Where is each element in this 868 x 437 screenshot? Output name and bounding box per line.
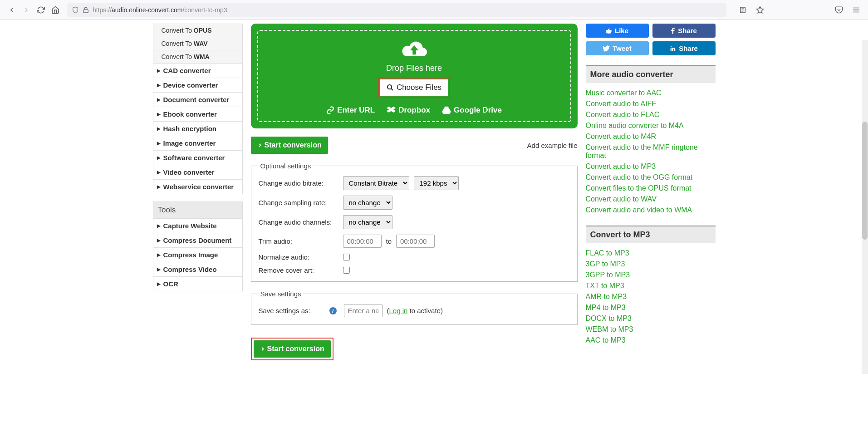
reader-mode-button[interactable] — [736, 3, 750, 17]
caret-icon: ▶ — [157, 141, 161, 146]
link-mp4-mp3[interactable]: MP4 to MP3 — [586, 302, 716, 313]
category-document[interactable]: ▶Document converter — [153, 93, 242, 107]
search-icon — [387, 84, 394, 91]
bitrate-value-select[interactable]: 192 kbps — [414, 176, 459, 190]
add-example-file-link[interactable]: Add example file — [527, 142, 578, 149]
gdrive-icon — [442, 106, 451, 114]
caret-icon: ▶ — [157, 281, 161, 286]
format-item-opus[interactable]: Convert To OPUS — [153, 24, 242, 37]
more-converters-header: More audio converter — [586, 65, 716, 83]
start-conversion-highlight: Start conversion — [251, 338, 333, 360]
normalize-label: Normalize audio: — [259, 253, 338, 261]
category-cad[interactable]: ▶CAD converter — [153, 64, 242, 78]
tool-capture-website[interactable]: ▶Capture Website — [153, 219, 242, 233]
linkedin-icon — [670, 45, 676, 52]
link-3gp-mp3[interactable]: 3GP to MP3 — [586, 259, 716, 270]
reload-button[interactable] — [34, 3, 48, 17]
sidebar-left: Convert To OPUS Convert To WAV Convert T… — [153, 24, 243, 291]
link-wav[interactable]: Convert audio to WAV — [586, 194, 716, 205]
link-aac-mp3[interactable]: AAC to MP3 — [586, 335, 716, 346]
bookmark-button[interactable] — [753, 3, 767, 17]
link-docx-mp3[interactable]: DOCX to MP3 — [586, 313, 716, 324]
browser-toolbar: https://audio.online-convert.com/convert… — [0, 0, 868, 20]
login-link[interactable]: Log in — [389, 307, 408, 314]
info-icon[interactable]: i — [329, 307, 337, 314]
category-webservice[interactable]: ▶Webservice converter — [153, 180, 242, 194]
save-name-input[interactable] — [344, 304, 383, 317]
caret-icon: ▶ — [157, 184, 161, 189]
link-ogg[interactable]: Convert audio to the OGG format — [586, 172, 716, 183]
caret-icon: ▶ — [157, 170, 161, 175]
category-software[interactable]: ▶Software converter — [153, 151, 242, 165]
link-aac[interactable]: Music converter to AAC — [586, 88, 716, 98]
tool-compress-video[interactable]: ▶Compress Video — [153, 262, 242, 277]
tool-ocr[interactable]: ▶OCR — [153, 277, 242, 291]
dropbox-link[interactable]: Dropbox — [387, 106, 430, 115]
link-wma[interactable]: Convert audio and video to WMA — [586, 205, 716, 216]
link-webm-mp3[interactable]: WEBM to MP3 — [586, 324, 716, 335]
category-hash[interactable]: ▶Hash encryption — [153, 122, 242, 136]
caret-icon: ▶ — [157, 267, 161, 272]
format-item-wma[interactable]: Convert To WMA — [153, 50, 242, 63]
save-as-label: Save settings as: — [259, 307, 325, 314]
linkedin-share-button[interactable]: Share — [652, 41, 716, 55]
category-device[interactable]: ▶Device converter — [153, 78, 242, 93]
twitter-tweet-button[interactable]: Tweet — [586, 41, 649, 55]
start-conversion-button-top[interactable]: Start conversion — [251, 137, 328, 154]
tool-compress-image[interactable]: ▶Compress Image — [153, 248, 242, 262]
caret-icon: ▶ — [157, 155, 161, 160]
category-video[interactable]: ▶Video converter — [153, 165, 242, 180]
bitrate-mode-select[interactable]: Constant Bitrate — [343, 176, 409, 190]
normalize-checkbox[interactable] — [343, 254, 350, 260]
sidebar-right: Like Share Tweet Share More audio conver… — [586, 24, 716, 346]
chevron-right-icon — [260, 346, 265, 352]
channels-select[interactable]: no change — [343, 215, 392, 229]
category-ebook[interactable]: ▶Ebook converter — [153, 107, 242, 122]
lock-icon — [83, 7, 89, 13]
pocket-button[interactable] — [832, 3, 846, 17]
facebook-share-button[interactable]: Share — [652, 24, 716, 38]
gdrive-link[interactable]: Google Drive — [442, 106, 502, 115]
link-flac-mp3[interactable]: FLAC to MP3 — [586, 248, 716, 259]
choose-files-label: Choose Files — [397, 83, 441, 92]
menu-button[interactable] — [849, 3, 863, 17]
enter-url-link[interactable]: Enter URL — [326, 106, 375, 115]
scrollbar[interactable] — [862, 40, 868, 374]
link-mmf[interactable]: Convert audio to the MMF ringtone format — [586, 142, 716, 161]
link-opus[interactable]: Convert files to the OPUS format — [586, 183, 716, 194]
back-button[interactable] — [5, 3, 19, 17]
chevron-right-icon — [257, 142, 263, 148]
dropbox-icon — [387, 106, 396, 114]
link-mp3[interactable]: Convert audio to MP3 — [586, 161, 716, 172]
sampling-label: Change sampling rate: — [259, 199, 338, 206]
link-m4a[interactable]: Online audio converter to M4A — [586, 120, 716, 131]
facebook-like-button[interactable]: Like — [586, 24, 649, 38]
svg-marker-5 — [757, 6, 764, 13]
choose-files-button[interactable]: Choose Files — [380, 79, 448, 96]
bitrate-label: Change audio bitrate: — [259, 179, 338, 187]
more-converters-list: Music converter to AAC Convert audio to … — [586, 88, 716, 216]
link-aiff[interactable]: Convert audio to AIFF — [586, 98, 716, 109]
sampling-select[interactable]: no change — [343, 196, 392, 210]
forward-button[interactable] — [19, 3, 34, 17]
link-txt-mp3[interactable]: TXT to MP3 — [586, 280, 716, 291]
cover-art-checkbox[interactable] — [343, 267, 350, 274]
tool-compress-document[interactable]: ▶Compress Document — [153, 233, 242, 248]
home-button[interactable] — [48, 3, 63, 17]
link-flac[interactable]: Convert audio to FLAC — [586, 109, 716, 120]
link-m4r[interactable]: Convert audio to M4R — [586, 131, 716, 142]
link-3gpp-mp3[interactable]: 3GPP to MP3 — [586, 270, 716, 280]
trim-to-input[interactable] — [396, 235, 435, 248]
format-item-wav[interactable]: Convert To WAV — [153, 37, 242, 50]
url-bar[interactable]: https://audio.online-convert.com/convert… — [67, 3, 726, 17]
start-conversion-button-bottom[interactable]: Start conversion — [254, 340, 331, 358]
caret-icon: ▶ — [157, 68, 161, 73]
category-list: ▶CAD converter ▶Device converter ▶Docume… — [153, 63, 243, 194]
trim-from-input[interactable] — [343, 235, 382, 248]
cover-art-label: Remove cover art: — [259, 266, 338, 274]
link-amr-mp3[interactable]: AMR to MP3 — [586, 291, 716, 302]
caret-icon: ▶ — [157, 223, 161, 228]
scrollbar-thumb[interactable] — [862, 122, 868, 240]
category-image[interactable]: ▶Image converter — [153, 136, 242, 151]
drop-zone[interactable]: Drop Files here Choose Files Enter URL D… — [251, 24, 578, 128]
